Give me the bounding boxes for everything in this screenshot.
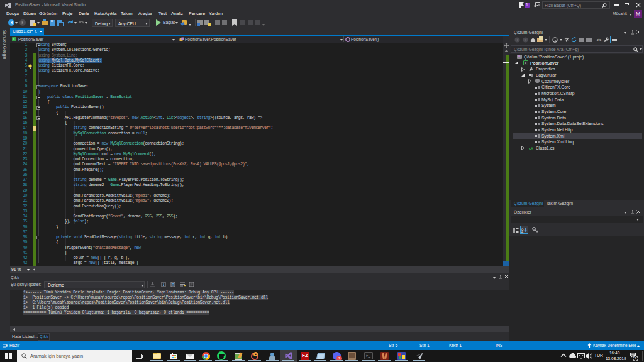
svg-text:Z: Z bbox=[521, 229, 523, 233]
